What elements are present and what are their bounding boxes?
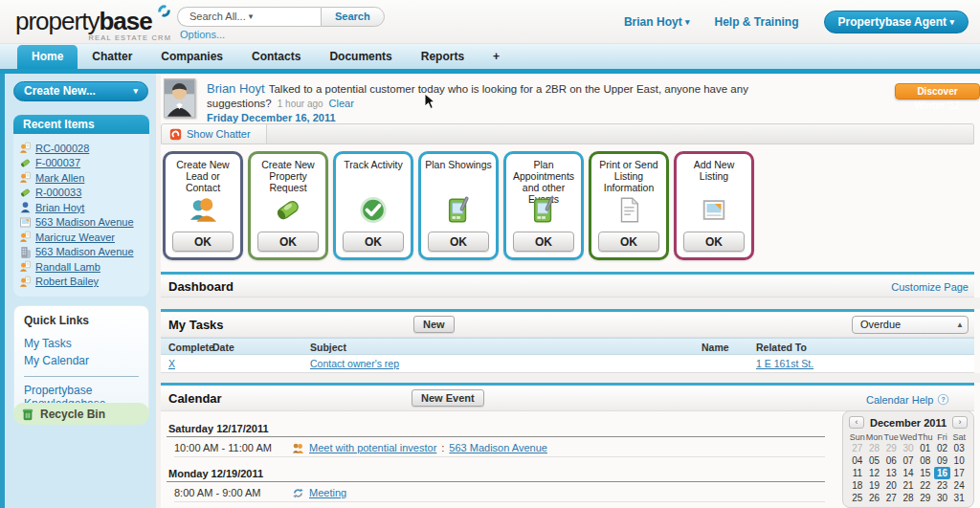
- ok-button[interactable]: OK: [683, 232, 745, 252]
- next-month-button[interactable]: ›: [952, 416, 968, 429]
- nav-tab-bar: Home Chatter Companies Contacts Document…: [0, 43, 980, 69]
- calendar-day[interactable]: 02: [934, 442, 951, 454]
- calendar-day[interactable]: 01: [917, 442, 934, 454]
- recent-item-link[interactable]: Brian Hoyt: [35, 202, 84, 213]
- calendar-day[interactable]: 23: [934, 479, 951, 492]
- calendar-day[interactable]: 08: [917, 454, 934, 467]
- calendar-day[interactable]: 13: [882, 467, 900, 479]
- task-subject-link[interactable]: Contact owner's rep: [310, 358, 399, 369]
- help-icon[interactable]: [937, 393, 949, 406]
- calendar-day[interactable]: 24: [950, 479, 968, 492]
- tab-documents[interactable]: Documents: [315, 45, 406, 69]
- search-button[interactable]: Search: [321, 7, 385, 27]
- recent-item-link[interactable]: Randall Lamb: [35, 261, 100, 273]
- calendar-day[interactable]: 20: [882, 479, 900, 492]
- ok-button[interactable]: OK: [513, 232, 574, 252]
- calendar-day[interactable]: 27: [882, 492, 900, 504]
- app-menu-button[interactable]: Propertybase Agent ▾: [824, 11, 969, 33]
- calendar-day[interactable]: 14: [900, 467, 917, 479]
- quick-link-my-tasks[interactable]: My Tasks: [24, 337, 139, 350]
- calendar-day[interactable]: 05: [866, 454, 883, 467]
- tab-companies[interactable]: Companies: [146, 45, 237, 69]
- discover-winter-button[interactable]: Discover Winter '12: [895, 83, 980, 99]
- search-input[interactable]: Search All... ▾: [177, 7, 321, 27]
- calendar-day[interactable]: 17: [950, 467, 968, 479]
- company-icon: [19, 246, 32, 258]
- calendar-day[interactable]: 16: [934, 467, 951, 479]
- recent-item-link[interactable]: Maricruz Weaver: [35, 232, 115, 243]
- calendar-day[interactable]: 26: [866, 492, 883, 504]
- calendar-day[interactable]: 31: [950, 492, 968, 504]
- recent-item: Maricruz Weaver: [19, 230, 145, 245]
- author-avatar[interactable]: [164, 78, 195, 118]
- new-task-button[interactable]: New: [413, 316, 455, 333]
- tasks-filter-select[interactable]: Overdue▲▼: [852, 316, 969, 334]
- calendar-help-link[interactable]: Calendar Help: [866, 394, 933, 406]
- calendar-day[interactable]: 09: [934, 454, 951, 467]
- calendar-day[interactable]: 22: [917, 479, 934, 492]
- ok-button[interactable]: OK: [598, 232, 659, 252]
- calendar-day[interactable]: 12: [866, 467, 883, 479]
- tab-home[interactable]: Home: [17, 45, 78, 69]
- prev-month-button[interactable]: ‹: [849, 416, 864, 429]
- tab-add[interactable]: +: [479, 45, 514, 69]
- recent-item-link[interactable]: Mark Allen: [35, 172, 84, 184]
- calendar-day[interactable]: 27: [849, 442, 866, 454]
- calendar-day[interactable]: 30: [900, 442, 917, 454]
- tab-contacts[interactable]: Contacts: [237, 45, 315, 69]
- section-gap: [161, 373, 980, 383]
- create-new-button[interactable]: Create New...▾: [13, 81, 148, 101]
- calendar-day[interactable]: 06: [882, 454, 900, 467]
- recent-item: 563 Madison Avenue: [19, 215, 145, 231]
- recent-item-link[interactable]: 563 Madison Avenue: [35, 216, 134, 228]
- calendar-day[interactable]: 21: [900, 479, 917, 492]
- calendar-section-header: Calendar New Event: [161, 386, 974, 411]
- task-related-link[interactable]: 1 E 161st St.: [756, 358, 813, 369]
- recent-item-link[interactable]: F-000037: [35, 157, 80, 168]
- calendar-day[interactable]: 15: [917, 467, 934, 479]
- recent-item-link[interactable]: R-000033: [35, 187, 81, 198]
- mini-calendar-header: ‹ December 2011 ›: [849, 416, 968, 429]
- tab-chatter[interactable]: Chatter: [78, 45, 146, 69]
- recent-item-link[interactable]: 563 Madison Avenue: [35, 246, 134, 257]
- calendar-day[interactable]: 28: [900, 492, 917, 504]
- calendar-day[interactable]: 29: [917, 492, 934, 504]
- recent-item: RC-000028: [19, 141, 145, 156]
- recent-items-panel: Recent Items RC-000028F-000037Mark Allen…: [13, 115, 149, 297]
- calendar-day[interactable]: 10: [950, 454, 968, 467]
- dashboard-section-header: Dashboard Customize Page: [161, 275, 974, 298]
- calendar-day[interactable]: 04: [849, 454, 866, 467]
- calendar-day[interactable]: 07: [900, 454, 917, 467]
- ok-button[interactable]: OK: [172, 232, 234, 252]
- search-options-link[interactable]: Options...: [180, 29, 225, 40]
- calendar-day[interactable]: 03: [950, 442, 968, 454]
- event-title-link[interactable]: Meeting: [309, 487, 346, 498]
- calendar-day[interactable]: 18: [849, 479, 866, 492]
- show-chatter-button[interactable]: Show Chatter: [162, 124, 267, 144]
- new-event-button[interactable]: New Event: [412, 389, 484, 407]
- spyglass-icon: [274, 196, 302, 225]
- event-row: 8:00 AM - 9:00 AM Meeting: [174, 484, 825, 502]
- ok-button[interactable]: OK: [257, 232, 319, 252]
- tab-reports[interactable]: Reports: [407, 45, 479, 69]
- calendar-day[interactable]: 25: [849, 492, 866, 504]
- ok-button[interactable]: OK: [343, 232, 404, 252]
- recent-item-link[interactable]: Robert Bailey: [35, 276, 99, 287]
- calendar-day[interactable]: 28: [866, 442, 883, 454]
- calendar-day[interactable]: 30: [934, 492, 951, 504]
- post-author-link[interactable]: Brian Hoyt: [207, 81, 265, 96]
- post-clear-link[interactable]: Clear: [329, 98, 354, 109]
- recent-item-link[interactable]: RC-000028: [35, 143, 89, 154]
- event-title-link[interactable]: Meet with potential investor: [309, 442, 436, 453]
- event-related-link[interactable]: 563 Madison Avenue: [449, 442, 547, 453]
- calendar-day[interactable]: 29: [882, 442, 900, 454]
- task-complete-link[interactable]: X: [168, 358, 175, 369]
- calendar-day[interactable]: 11: [849, 467, 866, 479]
- help-training-link[interactable]: Help & Training: [715, 15, 799, 29]
- calendar-day[interactable]: 19: [866, 479, 883, 492]
- recycle-bin[interactable]: Recycle Bin: [13, 403, 149, 425]
- quick-link-my-calendar[interactable]: My Calendar: [24, 354, 139, 367]
- user-menu[interactable]: Brian Hoyt ▾: [624, 15, 690, 29]
- ok-button[interactable]: OK: [428, 232, 489, 252]
- customize-page-link[interactable]: Customize Page: [891, 281, 969, 293]
